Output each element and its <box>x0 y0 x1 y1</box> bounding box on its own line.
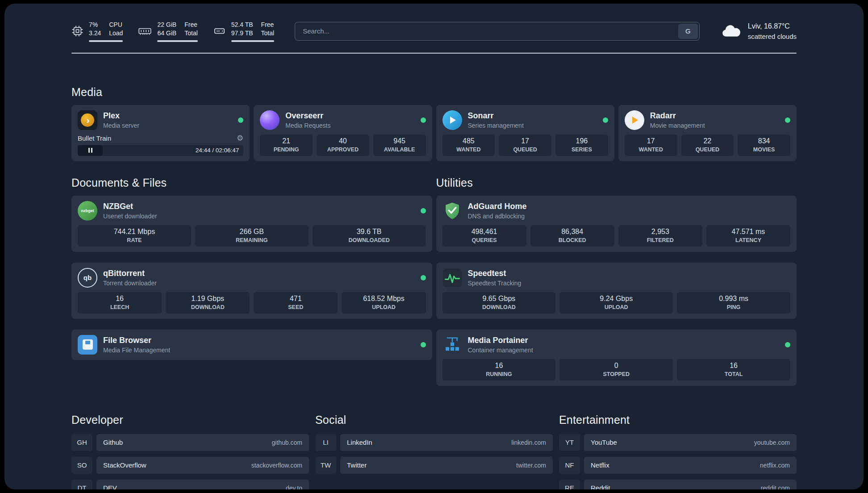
memory-label-top: Free <box>184 21 198 29</box>
topbar: 7% 3.24 CPU Load <box>71 4 797 42</box>
stat-upload: 618.52 Mbps UPLOAD <box>342 292 426 313</box>
memory-usage-bar <box>157 40 197 42</box>
bookmark-group-social: Social LI LinkedIn linkedin.com TW Twitt… <box>315 414 553 489</box>
service-card-qbittorrent[interactable]: qb qBittorrent Torrent downloader 16 LEE… <box>71 263 432 319</box>
sonarr-icon <box>442 110 462 130</box>
memory-widget: 22 GiB 64 GiB Free Total <box>138 21 197 42</box>
stat-queued: 22 QUEUED <box>681 134 734 156</box>
service-card-portainer[interactable]: Media Portainer Container management 16 … <box>436 330 797 386</box>
bookmark-abbr: RE <box>559 480 580 489</box>
pause-icon <box>88 148 90 153</box>
status-dot <box>421 117 426 123</box>
bookmark-abbr: DT <box>71 480 92 489</box>
pause-button[interactable] <box>78 145 103 156</box>
status-dot <box>238 117 243 123</box>
cpu-widget: 7% 3.24 CPU Load <box>71 21 123 42</box>
topbar-divider <box>71 53 797 54</box>
portainer-icon <box>442 335 462 355</box>
stat-ping: 0.993 ms PING <box>677 292 790 313</box>
gear-icon[interactable]: ⚙ <box>237 134 243 142</box>
disk-widget: 52.4 TB 97.9 TB Free Total <box>213 21 274 42</box>
overseerr-icon <box>260 110 280 130</box>
plex-now-playing: Bullet Train ⚙ 24:44 / 02:06:47 <box>78 134 243 156</box>
service-subtitle: Media File Management <box>103 347 415 354</box>
stat-series: 196 SERIES <box>555 134 608 156</box>
bookmark-url: github.com <box>272 439 302 446</box>
disk-label-bottom: Total <box>261 29 275 38</box>
service-subtitle: Usenet downloader <box>103 213 415 220</box>
stat-upload: 9.24 Gbps UPLOAD <box>559 292 673 313</box>
service-title: Plex <box>103 111 232 121</box>
cpu-usage: 7% <box>89 21 101 29</box>
disk-icon <box>213 25 226 37</box>
search-provider-button[interactable]: G <box>678 24 698 39</box>
service-card-radarr[interactable]: Radarr Movie management 17 WANTED 22 QUE… <box>618 105 797 161</box>
status-dot <box>421 342 426 347</box>
status-dot <box>603 117 608 123</box>
stat-wanted: 485 WANTED <box>442 134 495 156</box>
bookmark-dev[interactable]: DT DEV dev.to <box>71 480 309 489</box>
stat-stopped: 0 STOPPED <box>559 359 673 380</box>
bookmark-group-entertainment: Entertainment YT YouTube youtube.com NF … <box>559 414 797 489</box>
memory-icon <box>138 25 152 37</box>
media-heading: Media <box>71 86 797 99</box>
status-dot <box>785 117 790 123</box>
stat-pending: 21 PENDING <box>260 134 313 156</box>
bookmark-url: reddit.com <box>761 485 790 489</box>
section-media: Media › Plex Media server Bullet Tr <box>71 86 797 161</box>
service-card-adguard[interactable]: AdGuard Home DNS and adblocking 498,461 … <box>436 196 797 252</box>
developer-heading: Developer <box>71 414 309 426</box>
bookmark-abbr: TW <box>315 457 336 474</box>
bookmark-name: DEV <box>103 484 117 489</box>
search-input[interactable] <box>296 27 678 35</box>
service-title: qBittorrent <box>103 269 415 278</box>
bookmark-url: youtube.com <box>754 439 790 446</box>
bookmark-youtube[interactable]: YT YouTube youtube.com <box>559 434 797 451</box>
bookmark-name: Github <box>103 439 123 446</box>
memory-label-bottom: Total <box>184 29 198 38</box>
service-card-speedtest[interactable]: Speedtest Speedtest Tracking 9.65 Gbps D… <box>436 263 797 319</box>
bookmark-github[interactable]: GH Github github.com <box>71 434 309 451</box>
documents-heading: Documents & Files <box>71 176 432 189</box>
bookmark-group-developer: Developer GH Github github.com SO StackO… <box>71 414 309 489</box>
cpu-load-value: 3.24 <box>89 29 101 38</box>
service-title: Radarr <box>650 111 779 121</box>
memory-free: 22 GiB <box>157 21 176 29</box>
bookmark-url: netflix.com <box>760 462 790 469</box>
qbittorrent-icon: qb <box>78 268 97 288</box>
bookmark-linkedin[interactable]: LI LinkedIn linkedin.com <box>315 434 553 451</box>
entertainment-heading: Entertainment <box>559 414 797 426</box>
service-title: Speedtest <box>468 269 791 278</box>
service-subtitle: Media server <box>103 122 232 129</box>
bookmark-abbr: GH <box>71 434 92 451</box>
service-card-overseerr[interactable]: Overseerr Media Requests 21 PENDING 40 A… <box>254 105 432 161</box>
memory-total: 64 GiB <box>157 29 176 38</box>
service-card-nzbget[interactable]: nzbget NZBGet Usenet downloader 744.21 M… <box>71 196 432 252</box>
disk-label-top: Free <box>261 21 275 29</box>
disk-total: 97.9 TB <box>231 29 253 38</box>
bookmark-name: LinkedIn <box>347 439 372 446</box>
social-heading: Social <box>315 414 553 426</box>
adguard-shield-icon <box>442 201 462 221</box>
bookmark-twitter[interactable]: TW Twitter twitter.com <box>315 457 553 474</box>
service-title: File Browser <box>103 336 415 345</box>
service-subtitle: Movie management <box>650 122 779 129</box>
bookmark-stackoverflow[interactable]: SO StackOverflow stackoverflow.com <box>71 457 309 474</box>
service-card-sonarr[interactable]: Sonarr Series management 485 WANTED 17 Q… <box>436 105 614 161</box>
bookmark-url: twitter.com <box>516 462 546 469</box>
stat-queued: 17 QUEUED <box>499 134 551 156</box>
stat-blocked: 86,384 BLOCKED <box>530 225 614 246</box>
playback-progress-bar[interactable]: 24:44 / 02:06:47 <box>78 145 243 156</box>
bookmark-reddit[interactable]: RE Reddit reddit.com <box>559 480 797 489</box>
bookmark-name: StackOverflow <box>103 461 146 469</box>
bookmark-netflix[interactable]: NF Netflix netflix.com <box>559 457 797 474</box>
disk-usage-bar <box>231 40 274 42</box>
utilities-heading: Utilities <box>436 176 797 189</box>
service-card-plex[interactable]: › Plex Media server Bullet Train ⚙ <box>71 105 250 161</box>
service-subtitle: Media Requests <box>285 122 414 129</box>
service-card-filebrowser[interactable]: File Browser Media File Management <box>71 330 432 360</box>
weather-condition: scattered clouds <box>748 32 797 41</box>
service-subtitle: Torrent downloader <box>103 280 415 287</box>
stat-latency: 47.571 ms LATENCY <box>706 225 790 246</box>
stat-leech: 16 LEECH <box>78 292 162 313</box>
